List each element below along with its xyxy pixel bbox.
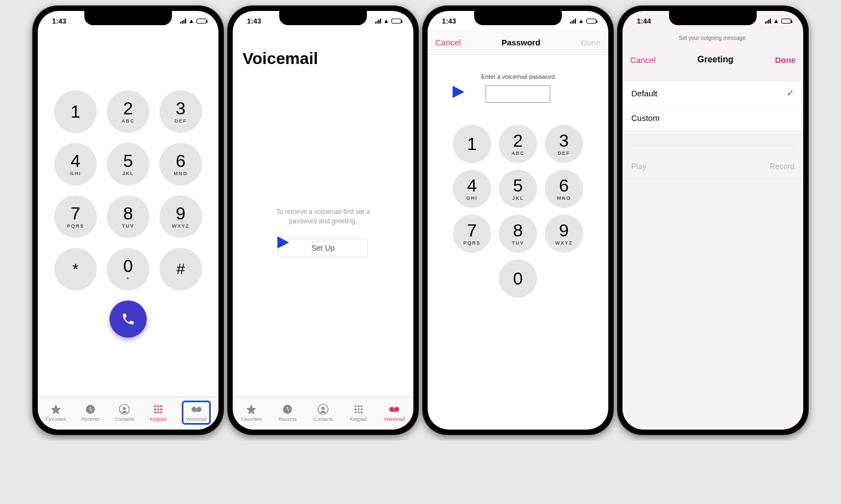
key-number: 7 xyxy=(71,205,80,222)
tab-recents[interactable]: Recents xyxy=(81,403,99,422)
tab-recents[interactable]: Recents xyxy=(279,403,297,422)
nav-title: Greeting xyxy=(698,55,734,65)
done-button[interactable]: Done xyxy=(775,55,796,65)
option-label: Default xyxy=(631,89,658,98)
password-field[interactable] xyxy=(486,85,550,103)
notch xyxy=(279,11,367,25)
nav-title: Password xyxy=(502,38,540,47)
keypad-key-1[interactable]: 1 xyxy=(54,90,97,133)
keypad-key-0[interactable]: 0+ xyxy=(107,248,149,291)
svg-point-3 xyxy=(154,405,156,407)
empty-area xyxy=(623,179,803,430)
svg-point-10 xyxy=(157,411,159,413)
phone-frame-4: 1:44 ▲ Set your outgoing message. Cancel… xyxy=(617,5,809,435)
keypad-key-6[interactable]: 6MNO xyxy=(159,143,202,186)
key-number: 6 xyxy=(176,152,186,170)
voicemail-icon xyxy=(191,403,203,415)
keypad-key-*[interactable]: * xyxy=(54,248,97,291)
contact-icon xyxy=(317,403,329,415)
phone-frame-3: 1:43 ▲ Cancel Password Done Enter a voic… xyxy=(422,5,614,435)
greeting-option-default[interactable]: Default ✓ xyxy=(623,80,803,106)
password-body: Enter a voicemail password 12ABC3DEF4GHI… xyxy=(428,55,608,430)
keypad-key-7[interactable]: 7PQRS xyxy=(54,195,97,238)
key-letters: PQRS xyxy=(67,223,84,229)
svg-point-21 xyxy=(354,408,356,410)
key-number: 9 xyxy=(176,205,186,222)
star-icon xyxy=(50,403,62,415)
clock-icon xyxy=(84,403,96,415)
setup-message: To retrieve a voicemail first set a pass… xyxy=(276,207,370,226)
key-letters: GHI xyxy=(70,171,82,176)
battery-icon xyxy=(781,19,791,24)
svg-point-6 xyxy=(154,408,156,410)
playback-controls: Play Record xyxy=(623,153,803,179)
keypad-key-8[interactable]: 8TUV xyxy=(107,195,149,238)
checkmark-icon: ✓ xyxy=(786,87,794,99)
key-number: 4 xyxy=(467,177,477,194)
keypad-key-#[interactable]: # xyxy=(159,248,202,291)
key-letters: TUV xyxy=(512,240,525,246)
key-letters: ABC xyxy=(511,150,525,156)
tab-contacts[interactable]: Contacts xyxy=(115,403,135,422)
tab-label: Contacts xyxy=(314,416,333,422)
dial-button[interactable] xyxy=(110,300,147,338)
contact-icon xyxy=(118,403,130,415)
tab-label: Keypad xyxy=(350,416,367,422)
key-number: 8 xyxy=(513,222,523,239)
keypad-icon xyxy=(152,403,164,415)
cancel-button[interactable]: Cancel xyxy=(630,55,656,65)
key-letters: DEF xyxy=(558,150,571,156)
key-number: * xyxy=(73,262,79,277)
keypad-key-4[interactable]: 4GHI xyxy=(54,143,97,186)
tab-keypad[interactable]: Keypad xyxy=(350,403,367,422)
svg-point-28 xyxy=(395,407,399,411)
pin-key-4[interactable]: 4GHI xyxy=(453,170,491,208)
key-letters: JKL xyxy=(122,171,134,176)
greeting-option-custom[interactable]: Custom xyxy=(623,106,803,131)
key-number: 3 xyxy=(176,100,186,117)
svg-point-20 xyxy=(360,405,362,407)
greeting-options-list: Default ✓ Custom xyxy=(623,80,803,131)
keypad-key-9[interactable]: 9WXYZ xyxy=(159,195,202,238)
key-number: 2 xyxy=(513,132,523,149)
voicemail-icon xyxy=(388,403,400,415)
keypad-key-5[interactable]: 5JKL xyxy=(107,143,149,186)
key-letters: WXYZ xyxy=(172,223,189,229)
phone-icon xyxy=(121,312,135,326)
setup-button[interactable]: Set Up xyxy=(278,239,368,257)
pin-key-1[interactable]: 1 xyxy=(453,125,491,163)
pin-key-9[interactable]: 9WXYZ xyxy=(545,215,583,253)
keypad-key-2[interactable]: 2ABC xyxy=(107,90,149,133)
voicemail-body: To retrieve a voicemail first set a pass… xyxy=(233,68,413,397)
tab-bar: Favorites Recents Contacts Keypad Voicem… xyxy=(38,397,218,430)
pin-key-5[interactable]: 5JKL xyxy=(499,170,537,208)
status-time: 1:44 xyxy=(637,17,651,25)
tab-keypad[interactable]: Keypad xyxy=(150,403,167,422)
tab-favorites[interactable]: Favorites xyxy=(45,403,66,422)
nav-bar: Cancel Greeting Done xyxy=(623,49,803,71)
star-icon xyxy=(245,403,257,415)
cancel-button[interactable]: Cancel xyxy=(435,38,461,47)
wifi-icon: ▲ xyxy=(383,18,389,24)
password-prompt: Enter a voicemail password xyxy=(481,73,555,80)
pin-key-7[interactable]: 7PQRS xyxy=(453,215,491,253)
svg-point-19 xyxy=(358,405,360,407)
tab-label: Keypad xyxy=(150,416,167,422)
pin-key-6[interactable]: 6MNO xyxy=(545,170,583,208)
svg-point-4 xyxy=(157,405,159,407)
clock-icon xyxy=(281,403,293,415)
key-letters: WXYZ xyxy=(555,240,573,246)
pin-key-3[interactable]: 3DEF xyxy=(545,125,583,163)
notch xyxy=(84,11,172,25)
tab-voicemail[interactable]: Voicemail xyxy=(384,403,405,422)
tab-voicemail[interactable]: Voicemail xyxy=(182,401,211,425)
tab-contacts[interactable]: Contacts xyxy=(314,403,333,422)
wifi-icon: ▲ xyxy=(188,18,194,24)
key-number: 5 xyxy=(123,152,133,170)
keypad-key-3[interactable]: 3DEF xyxy=(159,90,202,133)
pin-key-8[interactable]: 8TUV xyxy=(499,215,537,253)
svg-point-18 xyxy=(354,405,356,407)
pin-key-2[interactable]: 2ABC xyxy=(499,125,537,163)
pin-key-0[interactable]: 0 xyxy=(499,259,537,298)
tab-favorites[interactable]: Favorites xyxy=(241,403,262,422)
